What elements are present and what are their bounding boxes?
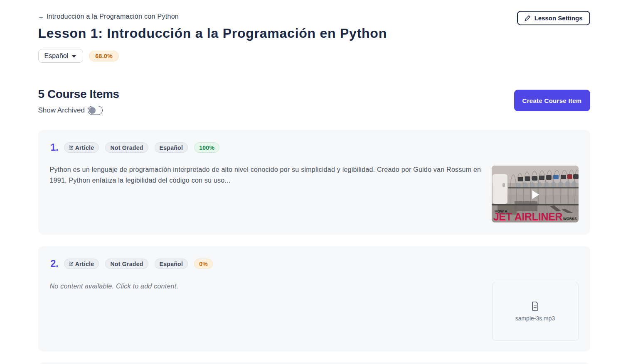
svg-text:JET AIRLINER: JET AIRLINER (493, 211, 563, 222)
svg-text:WORKS: WORKS (563, 217, 577, 221)
